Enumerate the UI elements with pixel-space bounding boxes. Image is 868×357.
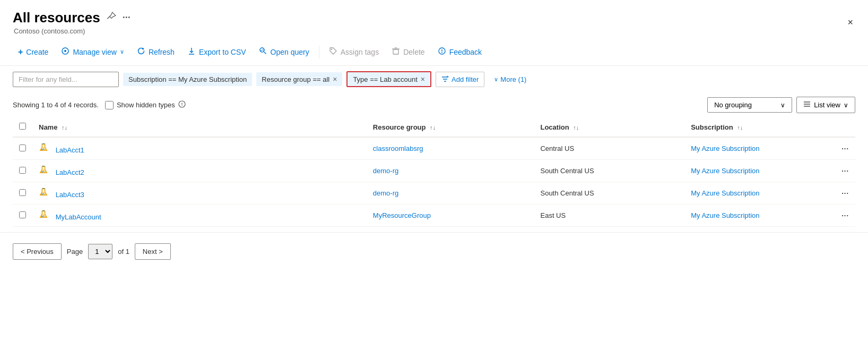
add-filter-button[interactable]: Add filter [436,72,484,87]
svg-point-30 [41,194,42,195]
grouping-chevron-icon: ∨ [780,101,785,109]
resource-name-link[interactable]: LabAcct1 [56,146,84,154]
assign-tags-button[interactable]: Assign tags [324,44,384,60]
open-query-button[interactable]: Open query [254,44,315,60]
th-select-all [13,117,32,137]
records-left: Showing 1 to 4 of 4 records. Show hidden… [13,100,186,109]
th-location[interactable]: Location ↑↓ [534,117,684,137]
header-more-icon[interactable]: ··· [123,12,131,23]
row-actions-button[interactable]: ··· [841,144,849,152]
resource-group-link[interactable]: demo-rg [373,189,398,197]
resource-name-link[interactable]: LabAcct3 [56,191,84,199]
svg-point-2 [64,50,66,52]
resource-group-filter-label: Resource group == all [262,75,329,83]
subscription-link[interactable]: My Azure Subscription [691,189,759,197]
page-label: Page [67,248,83,256]
refresh-icon [137,47,145,57]
lab-icon [39,165,50,175]
svg-point-34 [43,216,44,216]
row-resource-group: classroomlabsrg [367,137,534,160]
svg-point-7 [331,49,332,50]
subscription-link[interactable]: My Azure Subscription [691,211,759,219]
th-resource-group[interactable]: Resource group ↑↓ [367,117,534,137]
resource-table: Name ↑↓ Resource group ↑↓ Location ↑↓ Su… [13,117,855,227]
row-subscription: My Azure Subscription [684,182,835,205]
table-row: LabAcct3 demo-rg South Central US My Azu… [13,182,855,205]
subscription-link[interactable]: My Azure Subscription [691,144,759,152]
total-pages: of 1 [118,248,129,256]
th-name[interactable]: Name ↑↓ [32,117,367,137]
row-checkbox[interactable] [19,167,26,174]
view-dropdown[interactable]: List view ∨ [796,97,855,113]
resource-group-link[interactable]: MyResourceGroup [373,211,431,219]
table-header: Name ↑↓ Resource group ↑↓ Location ↑↓ Su… [13,117,855,137]
row-checkbox-cell [13,137,32,160]
page-title: All resources [13,10,100,26]
feedback-button[interactable]: Feedback [432,44,487,60]
svg-rect-8 [393,49,398,54]
svg-point-33 [41,216,42,217]
next-button[interactable]: Next > [135,243,171,260]
refresh-button[interactable]: Refresh [132,44,180,60]
row-actions-button[interactable]: ··· [841,189,849,197]
row-actions-cell: ··· [835,160,855,182]
row-checkbox[interactable] [19,144,26,151]
export-button[interactable]: Export to CSV [182,44,251,60]
row-name: LabAcct2 [32,160,367,182]
select-all-checkbox[interactable] [19,123,26,130]
delete-button[interactable]: Delete [386,44,430,60]
row-actions-cell: ··· [835,137,855,160]
view-chevron-icon: ∨ [844,101,848,109]
manage-view-button[interactable]: Manage view ∨ [56,44,129,60]
row-subscription: My Azure Subscription [684,137,835,160]
sort-icon-name: ↑↓ [62,124,67,131]
resource-group-filter-tag: Resource group == all × [256,72,342,86]
records-bar: Showing 1 to 4 of 4 records. Show hidden… [0,92,868,117]
row-checkbox[interactable] [19,211,26,218]
row-checkbox[interactable] [19,189,26,196]
row-resource-group: demo-rg [367,182,534,205]
page-container: All resources ··· Contoso (contoso.com) … [0,0,868,357]
open-query-icon [259,47,267,57]
show-hidden-checkbox[interactable] [105,101,114,109]
previous-button[interactable]: < Previous [13,243,62,260]
more-button[interactable]: ∨ More (1) [489,73,532,86]
table-body: LabAcct1 classroomlabsrg Central US My A… [13,137,855,227]
page-title-row: All resources ··· [13,10,131,26]
filter-input[interactable] [13,72,119,87]
resource-name-link[interactable]: LabAcct2 [56,168,84,176]
page-select[interactable]: 1 [88,244,112,259]
records-right: No grouping ∨ List view ∨ [707,97,855,113]
row-actions-cell: ··· [835,205,855,227]
table-row: LabAcct2 demo-rg South Central US My Azu… [13,160,855,182]
subscription-link[interactable]: My Azure Subscription [691,167,759,175]
feedback-icon [438,47,446,57]
th-subscription[interactable]: Subscription ↑↓ [684,117,835,137]
more-chevron-icon: ∨ [494,76,498,83]
row-subscription: My Azure Subscription [684,205,835,227]
export-icon [187,47,196,57]
resource-group-filter-close[interactable]: × [333,75,337,83]
pin-icon[interactable] [107,12,116,24]
create-button[interactable]: + Create [13,44,54,60]
type-filter-close[interactable]: × [421,75,425,83]
manage-view-icon [61,47,70,57]
row-location: South Central US [534,182,684,205]
row-actions-button[interactable]: ··· [841,167,849,175]
row-resource-group: MyResourceGroup [367,205,534,227]
svg-point-27 [41,172,42,173]
row-checkbox-cell [13,205,32,227]
table-wrapper: Name ↑↓ Resource group ↑↓ Location ↑↓ Su… [0,117,868,227]
resource-group-link[interactable]: demo-rg [373,167,398,175]
row-resource-group: demo-rg [367,160,534,182]
assign-tags-icon [329,47,337,57]
resource-group-link[interactable]: classroomlabsrg [373,144,423,152]
row-location: South Central US [534,160,684,182]
grouping-dropdown[interactable]: No grouping ∨ [707,97,792,113]
lab-icon [39,210,50,219]
resource-name-link[interactable]: MyLabAccount [56,213,101,221]
row-actions-button[interactable]: ··· [841,211,849,219]
delete-icon [392,47,400,57]
create-icon: + [18,47,23,57]
close-button[interactable]: × [845,15,855,30]
